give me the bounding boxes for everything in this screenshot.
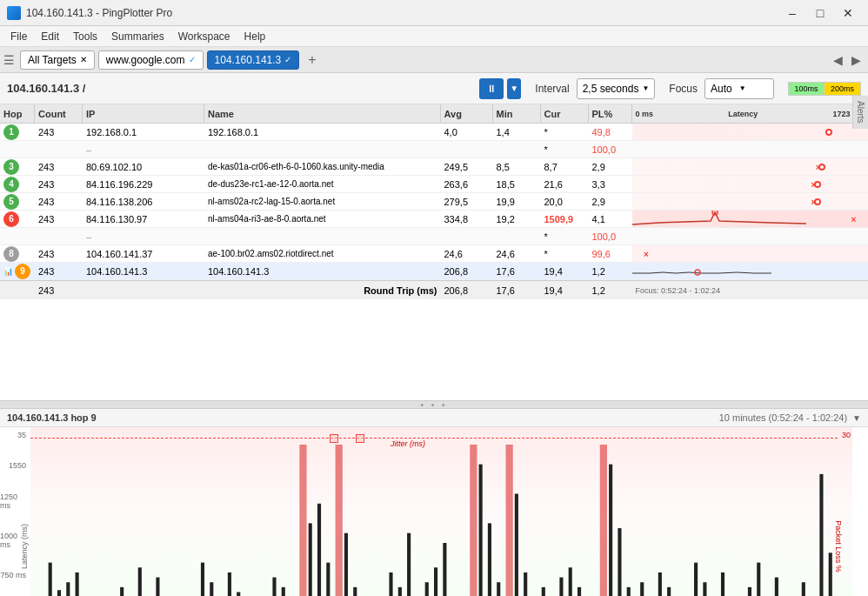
latency-line-9 <box>632 263 869 278</box>
menu-file[interactable]: File <box>3 29 34 44</box>
tab-google[interactable]: www.google.com ✓ <box>98 50 204 70</box>
col-min: Min <box>493 104 541 123</box>
menu-workspace[interactable]: Workspace <box>171 29 237 44</box>
table-body: 1 243 192.168.0.1 192.168.0.1 4,0 1,4 * … <box>0 124 868 280</box>
svg-rect-21 <box>317 504 321 596</box>
hop-badge-8: 8 <box>3 246 19 262</box>
latency-100-bar: 100ms <box>788 82 825 96</box>
svg-rect-39 <box>542 587 545 596</box>
tab-add-button[interactable]: + <box>303 52 321 68</box>
svg-rect-9 <box>138 567 142 596</box>
target-label: 104.160.141.3 / <box>7 82 85 95</box>
sidebar-toggle-icon[interactable]: ☰ <box>3 53 15 67</box>
tab-active[interactable]: 104.160.141.3 ✓ <box>207 50 300 70</box>
svg-rect-37 <box>515 494 518 597</box>
table-row[interactable]: 1 243 192.168.0.1 192.168.0.1 4,0 1,4 * … <box>0 124 868 141</box>
svg-rect-16 <box>237 593 240 597</box>
alerts-sidebar[interactable]: Alerts <box>852 96 868 129</box>
svg-rect-58 <box>757 563 760 596</box>
interval-label: Interval <box>535 83 569 95</box>
pause-dropdown[interactable]: ▼ <box>507 78 521 99</box>
table-row[interactable]: 3 243 80.69.102.10 de-kas01a-cr06-eth-6-… <box>0 158 868 176</box>
tab-active-label: 104.160.141.3 <box>215 54 282 66</box>
interval-value: 2,5 seconds <box>583 83 639 95</box>
minimize-button[interactable]: – <box>779 4 805 22</box>
table-row[interactable]: 8 243 104.160.141.37 ae-100.br02.ams02.r… <box>0 245 868 263</box>
col-hop: Hop <box>0 104 35 123</box>
graph-dropdown-icon[interactable]: ▼ <box>852 413 861 423</box>
svg-rect-42 <box>569 567 572 596</box>
svg-rect-50 <box>658 573 662 596</box>
tabbar: ☰ All Targets ✕ www.google.com ✓ 104.160… <box>0 47 868 73</box>
tab-next-button[interactable]: ▶ <box>848 53 865 67</box>
table-row[interactable]: 6 243 84.116.130.97 nl-ams04a-ri3-ae-8-0… <box>0 211 868 228</box>
table-row[interactable]: 📊 9 243 104.160.141.3 104.160.141.3 206,… <box>0 263 868 280</box>
red-bar-4 <box>505 445 512 596</box>
col-avg: Avg <box>441 104 493 123</box>
svg-rect-3 <box>49 563 52 596</box>
svg-rect-5 <box>66 582 70 596</box>
svg-rect-26 <box>389 573 392 596</box>
hop-badge-3: 3 <box>3 159 19 175</box>
close-button[interactable]: ✕ <box>835 4 861 22</box>
jitter-markers <box>330 434 364 443</box>
chart-svg <box>30 445 838 596</box>
interval-dropdown[interactable]: 2,5 seconds ▼ <box>577 78 656 99</box>
graph-range: 10 minutes (0:52:24 - 1:02:24) ▼ <box>719 412 861 423</box>
resize-dots: • • • <box>420 400 447 410</box>
menu-help[interactable]: Help <box>237 29 273 44</box>
titlebar: 104.160.141.3 - PingPlotter Pro – □ ✕ <box>0 0 868 26</box>
y-axis-right: 30 <box>838 431 868 596</box>
dot <box>818 164 825 171</box>
dot <box>814 198 821 205</box>
jitter-label: Jitter (ms) <box>391 439 425 448</box>
maximize-button[interactable]: □ <box>807 4 833 22</box>
table-header: Hop Count IP Name Avg Min Cur PL% 0 msLa… <box>0 104 868 124</box>
svg-rect-38 <box>524 573 527 596</box>
main-content: Hop Count IP Name Avg Min Cur PL% 0 msLa… <box>0 104 868 400</box>
table-row[interactable]: 4 243 84.116.196.229 de-dus23e-rc1-ae-12… <box>0 176 868 193</box>
red-bar-2 <box>336 445 343 596</box>
pause-button[interactable]: ⏸ <box>479 78 504 99</box>
svg-rect-20 <box>309 523 312 596</box>
svg-rect-48 <box>640 582 644 596</box>
tab-all-targets[interactable]: All Targets ✕ <box>20 50 95 70</box>
svg-rect-35 <box>488 523 491 596</box>
svg-rect-30 <box>425 582 429 596</box>
col-cur: Cur <box>541 104 589 123</box>
toolbar: 104.160.141.3 / ⏸ ▼ Interval 2,5 seconds… <box>0 73 868 104</box>
latency-spike <box>632 211 869 226</box>
svg-rect-54 <box>703 582 706 596</box>
table-row[interactable]: – * 100,0 <box>0 141 868 158</box>
app-title: 104.160.141.3 - PingPlotter Pro <box>26 7 779 19</box>
svg-point-1 <box>695 270 700 275</box>
focus-dropdown[interactable]: Auto ▼ <box>704 78 774 99</box>
svg-rect-24 <box>353 587 357 596</box>
svg-rect-63 <box>819 474 823 596</box>
focus-dropdown-icon: ▼ <box>739 84 746 92</box>
svg-rect-60 <box>775 578 778 596</box>
menu-summaries[interactable]: Summaries <box>104 29 171 44</box>
tab-active-check: ✓ <box>284 55 291 64</box>
svg-rect-51 <box>667 587 671 596</box>
red-bar-1 <box>299 445 306 596</box>
svg-rect-34 <box>479 465 483 596</box>
app-icon <box>7 6 21 20</box>
svg-rect-13 <box>210 582 213 596</box>
svg-rect-11 <box>156 578 159 596</box>
menu-tools[interactable]: Tools <box>66 29 104 44</box>
menu-edit[interactable]: Edit <box>34 29 66 44</box>
resize-handle[interactable]: • • • <box>0 400 868 409</box>
x-marker: × <box>851 214 857 224</box>
svg-rect-45 <box>609 465 612 596</box>
table-row[interactable]: – * 100,0 <box>0 228 868 245</box>
latency-200-bar: 200ms <box>825 82 861 96</box>
tab-prev-button[interactable]: ◀ <box>830 53 846 67</box>
dot <box>814 181 821 188</box>
alerts-label: Alerts <box>856 101 865 124</box>
col-latency: 0 msLatency1723 ms <box>632 104 869 123</box>
tab-all-close[interactable]: ✕ <box>80 55 87 64</box>
graph-header: 104.160.141.3 hop 9 10 minutes (0:52:24 … <box>0 409 868 427</box>
y-axis-label: Latency (ms) <box>20 524 29 569</box>
table-row[interactable]: 5 243 84.116.138.206 nl-ams02a-rc2-lag-1… <box>0 193 868 211</box>
